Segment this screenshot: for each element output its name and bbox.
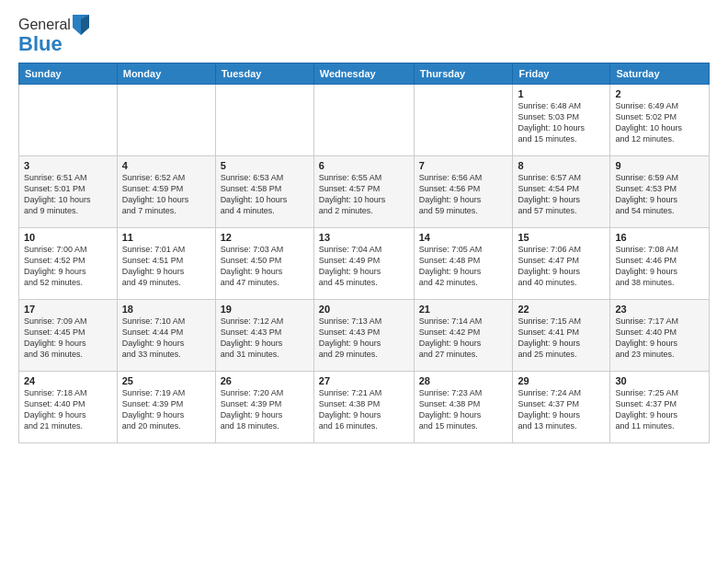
calendar-day-cell: 3Sunrise: 6:51 AM Sunset: 5:01 PM Daylig… <box>19 155 118 227</box>
day-info: Sunrise: 6:51 AM Sunset: 5:01 PM Dayligh… <box>24 172 112 217</box>
calendar-col-header: Friday <box>513 63 610 84</box>
day-info: Sunrise: 6:59 AM Sunset: 4:53 PM Dayligh… <box>615 172 704 217</box>
day-number: 21 <box>419 304 508 315</box>
calendar-col-header: Thursday <box>414 63 513 84</box>
day-number: 24 <box>24 375 112 386</box>
day-info: Sunrise: 7:10 AM Sunset: 4:44 PM Dayligh… <box>122 316 210 361</box>
calendar-day-cell: 29Sunrise: 7:24 AM Sunset: 4:37 PM Dayli… <box>513 371 610 442</box>
day-info: Sunrise: 7:15 AM Sunset: 4:41 PM Dayligh… <box>518 316 605 361</box>
day-info: Sunrise: 7:18 AM Sunset: 4:40 PM Dayligh… <box>24 387 112 432</box>
day-info: Sunrise: 7:08 AM Sunset: 4:46 PM Dayligh… <box>615 244 704 289</box>
calendar-day-cell: 22Sunrise: 7:15 AM Sunset: 4:41 PM Dayli… <box>513 299 610 371</box>
day-number: 7 <box>419 160 508 171</box>
day-info: Sunrise: 7:14 AM Sunset: 4:42 PM Dayligh… <box>419 316 508 361</box>
calendar-col-header: Monday <box>117 63 215 84</box>
day-number: 30 <box>615 375 704 386</box>
day-number: 26 <box>221 375 309 386</box>
calendar-day-cell: 17Sunrise: 7:09 AM Sunset: 4:45 PM Dayli… <box>19 299 118 371</box>
day-number: 10 <box>24 232 112 243</box>
day-number: 19 <box>221 304 309 315</box>
calendar-day-cell: 8Sunrise: 6:57 AM Sunset: 4:54 PM Daylig… <box>513 155 610 227</box>
calendar-col-header: Sunday <box>19 63 118 84</box>
day-info: Sunrise: 7:19 AM Sunset: 4:39 PM Dayligh… <box>122 387 210 432</box>
calendar-day-cell: 4Sunrise: 6:52 AM Sunset: 4:59 PM Daylig… <box>117 155 215 227</box>
calendar-day-cell <box>313 84 414 155</box>
day-info: Sunrise: 7:00 AM Sunset: 4:52 PM Dayligh… <box>24 244 112 289</box>
day-number: 6 <box>319 160 409 171</box>
calendar-day-cell: 26Sunrise: 7:20 AM Sunset: 4:39 PM Dayli… <box>215 371 313 442</box>
day-number: 18 <box>122 304 210 315</box>
day-info: Sunrise: 6:52 AM Sunset: 4:59 PM Dayligh… <box>122 172 210 217</box>
day-number: 13 <box>319 232 409 243</box>
calendar-day-cell: 28Sunrise: 7:23 AM Sunset: 4:38 PM Dayli… <box>414 371 513 442</box>
day-info: Sunrise: 7:13 AM Sunset: 4:43 PM Dayligh… <box>319 316 409 361</box>
calendar-day-cell: 12Sunrise: 7:03 AM Sunset: 4:50 PM Dayli… <box>215 227 313 299</box>
day-number: 12 <box>221 232 309 243</box>
calendar-day-cell: 1Sunrise: 6:48 AM Sunset: 5:03 PM Daylig… <box>513 84 610 155</box>
day-number: 23 <box>615 304 704 315</box>
day-number: 25 <box>122 375 210 386</box>
calendar-day-cell: 7Sunrise: 6:56 AM Sunset: 4:56 PM Daylig… <box>414 155 513 227</box>
calendar-table: SundayMondayTuesdayWednesdayThursdayFrid… <box>18 63 710 443</box>
day-number: 11 <box>122 232 210 243</box>
day-number: 29 <box>518 375 605 386</box>
day-number: 4 <box>122 160 210 171</box>
calendar-day-cell <box>414 84 513 155</box>
day-number: 9 <box>615 160 704 171</box>
day-number: 22 <box>518 304 605 315</box>
day-info: Sunrise: 7:17 AM Sunset: 4:40 PM Dayligh… <box>615 316 704 361</box>
calendar-week-row: 17Sunrise: 7:09 AM Sunset: 4:45 PM Dayli… <box>19 299 710 371</box>
day-number: 3 <box>24 160 112 171</box>
day-info: Sunrise: 7:20 AM Sunset: 4:39 PM Dayligh… <box>221 387 309 432</box>
day-info: Sunrise: 6:56 AM Sunset: 4:56 PM Dayligh… <box>419 172 508 217</box>
day-info: Sunrise: 7:23 AM Sunset: 4:38 PM Dayligh… <box>419 387 508 432</box>
page: General Blue SundayMondayTuesdayWednesda… <box>0 0 728 453</box>
calendar-day-cell: 2Sunrise: 6:49 AM Sunset: 5:02 PM Daylig… <box>610 84 710 155</box>
day-number: 2 <box>615 88 704 99</box>
calendar-day-cell: 10Sunrise: 7:00 AM Sunset: 4:52 PM Dayli… <box>19 227 118 299</box>
day-info: Sunrise: 7:01 AM Sunset: 4:51 PM Dayligh… <box>122 244 210 289</box>
day-info: Sunrise: 6:53 AM Sunset: 4:58 PM Dayligh… <box>221 172 309 217</box>
calendar-week-row: 1Sunrise: 6:48 AM Sunset: 5:03 PM Daylig… <box>19 84 710 155</box>
calendar-day-cell: 19Sunrise: 7:12 AM Sunset: 4:43 PM Dayli… <box>215 299 313 371</box>
day-number: 15 <box>518 232 605 243</box>
calendar-day-cell: 30Sunrise: 7:25 AM Sunset: 4:37 PM Dayli… <box>610 371 710 442</box>
day-number: 17 <box>24 304 112 315</box>
day-number: 16 <box>615 232 704 243</box>
day-number: 1 <box>518 88 605 99</box>
day-info: Sunrise: 7:05 AM Sunset: 4:48 PM Dayligh… <box>419 244 508 289</box>
day-info: Sunrise: 7:12 AM Sunset: 4:43 PM Dayligh… <box>221 316 309 361</box>
calendar-week-row: 24Sunrise: 7:18 AM Sunset: 4:40 PM Dayli… <box>19 371 710 442</box>
calendar-day-cell: 13Sunrise: 7:04 AM Sunset: 4:49 PM Dayli… <box>313 227 414 299</box>
day-info: Sunrise: 7:25 AM Sunset: 4:37 PM Dayligh… <box>615 387 704 432</box>
day-info: Sunrise: 7:09 AM Sunset: 4:45 PM Dayligh… <box>24 316 112 361</box>
calendar-day-cell: 27Sunrise: 7:21 AM Sunset: 4:38 PM Dayli… <box>313 371 414 442</box>
calendar-day-cell: 21Sunrise: 7:14 AM Sunset: 4:42 PM Dayli… <box>414 299 513 371</box>
day-number: 5 <box>221 160 309 171</box>
day-number: 8 <box>518 160 605 171</box>
day-info: Sunrise: 7:21 AM Sunset: 4:38 PM Dayligh… <box>319 387 409 432</box>
day-info: Sunrise: 6:49 AM Sunset: 5:02 PM Dayligh… <box>615 100 704 145</box>
day-number: 27 <box>319 375 409 386</box>
calendar-col-header: Saturday <box>610 63 710 84</box>
calendar-day-cell: 20Sunrise: 7:13 AM Sunset: 4:43 PM Dayli… <box>313 299 414 371</box>
day-number: 20 <box>319 304 409 315</box>
calendar-day-cell: 25Sunrise: 7:19 AM Sunset: 4:39 PM Dayli… <box>117 371 215 442</box>
calendar-day-cell: 5Sunrise: 6:53 AM Sunset: 4:58 PM Daylig… <box>215 155 313 227</box>
day-number: 28 <box>419 375 508 386</box>
day-info: Sunrise: 6:48 AM Sunset: 5:03 PM Dayligh… <box>518 100 605 145</box>
calendar-col-header: Wednesday <box>313 63 414 84</box>
day-info: Sunrise: 6:55 AM Sunset: 4:57 PM Dayligh… <box>319 172 409 217</box>
calendar-day-cell: 9Sunrise: 6:59 AM Sunset: 4:53 PM Daylig… <box>610 155 710 227</box>
calendar-day-cell: 24Sunrise: 7:18 AM Sunset: 4:40 PM Dayli… <box>19 371 118 442</box>
logo: General Blue <box>18 15 89 53</box>
calendar-col-header: Tuesday <box>215 63 313 84</box>
header: General Blue <box>18 15 710 53</box>
logo-general-text: General <box>18 17 71 33</box>
day-info: Sunrise: 7:24 AM Sunset: 4:37 PM Dayligh… <box>518 387 605 432</box>
day-number: 14 <box>419 232 508 243</box>
calendar-day-cell <box>117 84 215 155</box>
day-info: Sunrise: 6:57 AM Sunset: 4:54 PM Dayligh… <box>518 172 605 217</box>
calendar-header-row: SundayMondayTuesdayWednesdayThursdayFrid… <box>19 63 710 84</box>
calendar-day-cell <box>19 84 118 155</box>
